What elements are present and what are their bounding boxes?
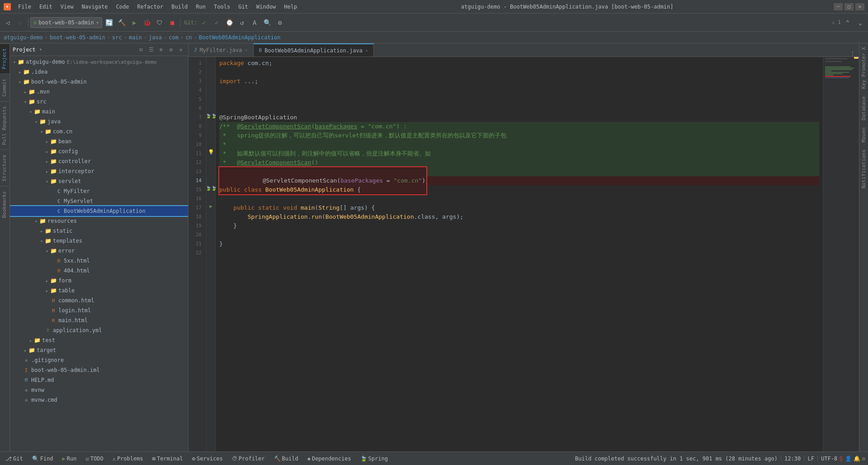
tree-item-iml[interactable]: I boot-web-05-admin.iml [10,365,188,375]
tab-commit[interactable]: Commit [0,74,9,101]
tree-item-application-yml[interactable]: Y application.yml [10,325,188,335]
tree-item-interceptor[interactable]: ▸ 📁 interceptor [10,166,188,176]
status-terminal[interactable]: ⊞ Terminal [150,455,186,463]
breadcrumb-java[interactable]: java [149,34,162,41]
run-config-dropdown[interactable]: ⚙ boot-web-05-admin ▾ [30,17,102,28]
tab-notifications[interactable]: Notifications [859,146,868,192]
tree-item-myfilter[interactable]: C MyFilter [10,186,188,196]
menu-refactor[interactable]: Refactor [133,3,167,11]
tree-item-resources[interactable]: ▾ 📁 resources [10,216,188,226]
git-fetch-button[interactable]: ⌚ [223,17,235,28]
tab-pull-requests[interactable]: Pull Requests [0,101,9,150]
debug-button[interactable]: 🐞 [141,17,153,28]
tree-item-help-md[interactable]: M HELP.md [10,375,188,385]
project-close-button[interactable]: ✕ [176,45,185,54]
cursor-position[interactable]: 12:30 [784,456,801,462]
menu-help[interactable]: Help [280,3,301,11]
status-todo[interactable]: ☑ TODO [83,455,106,463]
tree-item-mvnw-cmd[interactable]: ≡ mvnw.cmd [10,395,188,405]
tree-item-error[interactable]: ▾ 📁 error [10,246,188,256]
tab-bookmarks[interactable]: Bookmarks [0,186,9,223]
editor-tab-bootweb05admin[interactable]: B BootWeb05AdminApplication.java ✕ [254,43,374,56]
menu-file[interactable]: File [14,3,35,11]
menu-build[interactable]: Build [168,3,191,11]
maximize-button[interactable]: □ [844,3,854,10]
tab-key-promoter-x[interactable]: Key Promoter X [859,43,868,93]
tree-item-bootweb05admin[interactable]: C BootWeb05AdminApplication [10,206,188,216]
settings-button[interactable]: ⚙ [274,17,286,28]
tree-item-java[interactable]: ▾ 📁 java [10,117,188,127]
tree-item-test[interactable]: ▸ 📁 test [10,335,188,345]
git-push-button[interactable]: ✓ [211,17,222,28]
git-history-button[interactable]: ↺ [236,17,248,28]
bulb-icon[interactable]: 💡 [208,149,214,155]
breadcrumb-cn[interactable]: cn [185,34,192,41]
status-services[interactable]: ⚙ Services [189,455,226,463]
minimize-button[interactable]: ─ [834,3,843,10]
breadcrumb-boot-web-05-admin[interactable]: boot-web-05-admin [50,34,105,41]
tree-item-form[interactable]: ▸ 📁 form [10,276,188,286]
breadcrumb-main[interactable]: main [129,34,142,41]
tree-item-mvn[interactable]: ▸ 📁 .mvn [10,87,188,97]
sync-button[interactable]: 🔄 [103,17,115,28]
status-dependencies[interactable]: ◈ Dependencies [305,455,354,463]
tree-item-login-html[interactable]: H login.html [10,305,188,315]
status-profiler[interactable]: ⏱ Profiler [229,455,268,463]
tree-item-com-cn[interactable]: ▾ 📁 com.cn [10,127,188,136]
menu-git[interactable]: Git [235,3,252,11]
search-everywhere-button[interactable]: 🔍 [261,17,273,28]
line-separator[interactable]: LF [808,456,814,462]
status-run[interactable]: ▶ Run [60,455,80,463]
tab-project[interactable]: Project [0,43,9,74]
status-problems[interactable]: ⚠ Problems [110,455,146,463]
tree-item-static[interactable]: ▸ 📁 static [10,226,188,236]
run-gutter-icon[interactable]: 🍃 [206,186,211,191]
breadcrumb-atguigu-demo[interactable]: atguigu-demo [4,34,43,41]
tab-maven[interactable]: Maven [859,124,868,146]
tree-item-boot-web-05-admin[interactable]: ▾ 📁 boot-web-05-admin [10,77,188,87]
menu-code[interactable]: Code [113,3,133,11]
git-check-button[interactable]: ✓ [198,17,210,28]
collapse-button[interactable]: ⌄ [854,17,866,28]
breadcrumb-src[interactable]: src [112,34,122,41]
tree-item-myservlet[interactable]: C MyServlet [10,196,188,206]
run-button[interactable]: ▶ [128,17,140,28]
encoding-label[interactable]: UTF-8 [821,456,837,462]
tree-item-main[interactable]: ▾ 📁 main [10,107,188,117]
editor-tab-myfilter[interactable]: J MyFilter.java ✕ [189,43,254,56]
stop-button[interactable]: ■ [166,17,178,28]
expand-all-button[interactable]: ☰ [146,45,156,54]
tree-item-bean[interactable]: ▸ 📁 bean [10,136,188,146]
forward-button[interactable]: ▷ [14,17,26,28]
status-find[interactable]: 🔍 Find [29,455,56,463]
scroll-from-source-button[interactable]: ⊕ [156,45,165,54]
tree-item-servlet[interactable]: ▾ 📁 servlet [10,176,188,186]
tree-item-idea[interactable]: ▸ 📁 .idea [10,67,188,77]
close-button[interactable]: ✕ [855,3,864,10]
status-spring[interactable]: 🍃 Spring [358,455,391,463]
tree-item-404[interactable]: H 404.html [10,266,188,276]
close-bootweb05admin-tab[interactable]: ✕ [365,48,368,53]
back-button[interactable]: ◁ [2,17,14,28]
tree-item-main-html[interactable]: H main.html [10,315,188,325]
tree-item-controller[interactable]: ▸ 📁 controller [10,156,188,166]
menu-edit[interactable]: Edit [36,3,56,11]
editor-tabs-more[interactable]: ⋮ [846,50,859,56]
code-editor[interactable]: 1 2 3 4 5 6 7 8 9 10 11 12 13 14 15 16 1… [189,57,859,451]
menu-view[interactable]: View [57,3,77,11]
run-arrow-icon[interactable]: ▶ [209,203,212,209]
tree-item-src[interactable]: ▾ 📁 src [10,97,188,107]
tab-structure[interactable]: Structure [0,150,9,186]
tree-item-5xx[interactable]: H 5xx.html [10,256,188,266]
project-settings-button[interactable]: ⚙ [166,45,175,54]
tab-database[interactable]: Database [859,93,868,124]
tree-item-gitignore[interactable]: ≡ .gitignore [10,355,188,365]
tree-item-atguigu-demo[interactable]: ▾ 📁 atguigu-demo E:\idea-workspace\atgui… [10,57,188,67]
menu-navigate[interactable]: Navigate [78,3,112,11]
tree-item-table[interactable]: ▸ 📁 table [10,286,188,296]
expand-button[interactable]: ⌃ [842,17,854,28]
status-build[interactable]: 🔨 Build [271,455,301,463]
build-project-button[interactable]: 🔨 [116,17,127,28]
tree-item-templates[interactable]: ▾ 📁 templates [10,236,188,246]
menu-tools[interactable]: Tools [210,3,234,11]
